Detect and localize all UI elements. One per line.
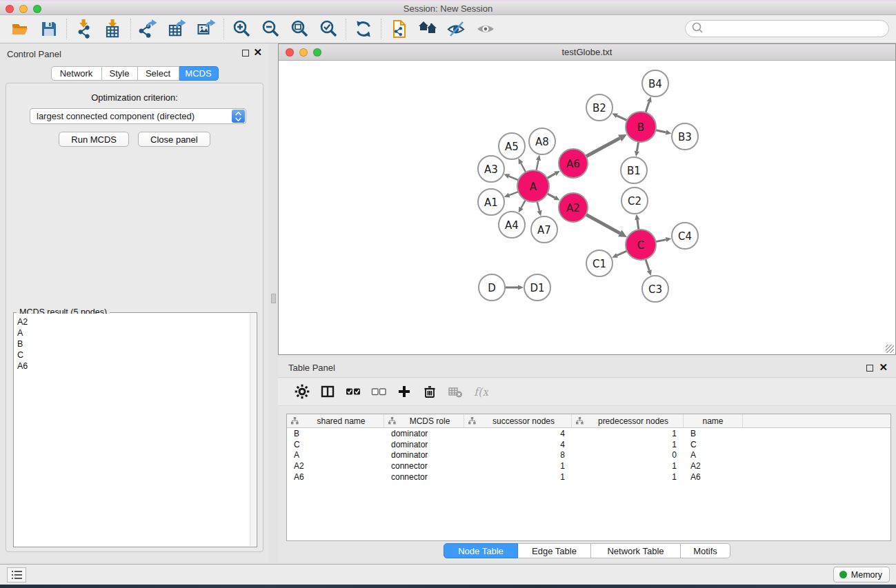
show-graphics-details-button[interactable] [471, 17, 500, 41]
cell-predecessor-nodes[interactable]: 1 [572, 440, 684, 449]
table-row[interactable]: Adominator80A [287, 450, 890, 461]
criterion-select[interactable]: largest connected component (directed) [30, 108, 246, 124]
import-network-button[interactable] [70, 17, 99, 41]
node-B1[interactable]: B1 [621, 157, 647, 183]
result-item[interactable]: B [17, 338, 250, 349]
cell-successor-nodes[interactable]: 4 [464, 429, 572, 438]
table-close-panel-icon[interactable]: ✕ [879, 361, 888, 374]
node-A8[interactable]: A8 [529, 128, 555, 154]
cell-MCDS-role[interactable]: dominator [384, 440, 464, 449]
zoom-out-button[interactable] [256, 17, 285, 41]
edge-A2-C[interactable] [586, 214, 627, 237]
cell-MCDS-role[interactable]: connector [384, 472, 464, 482]
deselect-all-columns-button[interactable] [366, 380, 391, 403]
node-B4[interactable]: B4 [642, 70, 668, 97]
resize-grip[interactable] [886, 345, 894, 353]
cell-successor-nodes[interactable]: 8 [464, 450, 572, 460]
copy-network-button[interactable] [384, 17, 413, 41]
cell-name[interactable]: C [684, 440, 743, 449]
cell-predecessor-nodes[interactable]: 1 [572, 429, 684, 438]
edge-B-B3[interactable] [656, 130, 672, 135]
edge-A-A7[interactable] [537, 201, 542, 216]
cell-predecessor-nodes[interactable]: 1 [572, 472, 684, 482]
result-item[interactable]: A [17, 327, 250, 338]
edge-C-C3[interactable] [646, 259, 652, 276]
edge-D-D1[interactable] [505, 285, 524, 290]
node-A1[interactable]: A1 [478, 189, 504, 215]
network-window-titlebar[interactable]: testGlobe.txt [279, 44, 895, 61]
mcds-result-list[interactable]: A2ABCA6 [14, 314, 250, 546]
edge-B-B4[interactable] [646, 97, 652, 112]
cell-name[interactable]: B [684, 429, 743, 438]
node-B3[interactable]: B3 [672, 123, 698, 150]
tab-motifs[interactable]: Motifs [681, 543, 730, 558]
cell-shared-name[interactable]: A2 [287, 461, 384, 471]
node-B2[interactable]: B2 [586, 94, 613, 121]
cell-MCDS-role[interactable]: dominator [384, 450, 464, 460]
cell-successor-nodes[interactable]: 1 [464, 472, 572, 482]
float-panel-icon[interactable] [242, 50, 249, 57]
column-header-MCDS-role[interactable]: MCDS role [384, 414, 464, 427]
select-all-columns-button[interactable] [340, 380, 366, 403]
export-table-button[interactable] [163, 17, 192, 41]
edge-C-C1[interactable] [612, 251, 627, 258]
tab-network-table[interactable]: Network Table [591, 543, 681, 558]
close-panel-icon[interactable]: ✕ [253, 46, 262, 59]
column-header-successor-nodes[interactable]: successor nodes [464, 414, 572, 427]
result-item[interactable]: A2 [17, 316, 250, 327]
save-session-button[interactable] [34, 17, 63, 41]
column-header-shared-name[interactable]: shared name [287, 414, 384, 427]
zoom-in-button[interactable] [227, 17, 256, 41]
panel-splitter-handle[interactable] [271, 294, 276, 303]
node-A[interactable]: A [517, 170, 549, 202]
edge-A-A1[interactable] [504, 192, 519, 197]
table-options-gear-button[interactable] [289, 380, 315, 403]
edge-A-A2[interactable] [547, 194, 559, 201]
table-row[interactable]: A2connector11A2 [287, 460, 890, 472]
node-C1[interactable]: C1 [586, 250, 613, 276]
cell-shared-name[interactable]: B [287, 429, 384, 438]
edge-B-B2[interactable] [612, 114, 627, 121]
zoom-fit-button[interactable] [285, 17, 314, 41]
network-canvas[interactable]: B4 B2 B B3 A8 A5 A6 A3 B1 A C2 A1 A2 [279, 61, 895, 354]
tab-mcds[interactable]: MCDS [179, 66, 219, 81]
node-A6[interactable]: A6 [559, 149, 588, 178]
cell-shared-name[interactable]: C [287, 440, 384, 449]
tab-style[interactable]: Style [102, 66, 138, 81]
search-field[interactable] [685, 20, 889, 37]
delete-column-button[interactable] [417, 380, 442, 403]
zoom-selected-button[interactable] [314, 17, 343, 41]
node-D1[interactable]: D1 [524, 274, 550, 301]
cell-predecessor-nodes[interactable]: 0 [572, 450, 684, 460]
close-panel-button[interactable]: Close panel [138, 132, 210, 147]
node-C[interactable]: C [626, 230, 656, 260]
edge-A-A3[interactable] [504, 174, 519, 180]
table-row[interactable]: A6connector11A6 [287, 472, 890, 483]
search-input[interactable] [704, 22, 888, 36]
cell-name[interactable]: A2 [684, 461, 743, 471]
column-header-name[interactable]: name [684, 414, 743, 427]
node-C2[interactable]: C2 [621, 187, 648, 214]
cell-shared-name[interactable]: A6 [287, 472, 384, 482]
run-mcds-button[interactable]: Run MCDS [59, 132, 129, 147]
overview-home-button[interactable] [413, 17, 442, 41]
node-A5[interactable]: A5 [499, 133, 525, 159]
cell-successor-nodes[interactable]: 1 [464, 461, 572, 471]
show-columns-button[interactable] [315, 380, 340, 403]
hide-graphics-details-button[interactable] [442, 17, 471, 41]
edge-B-B1[interactable] [635, 142, 639, 157]
node-A3[interactable]: A3 [478, 156, 504, 182]
table-float-panel-icon[interactable] [866, 365, 873, 372]
edge-C-C2[interactable] [635, 214, 639, 230]
import-table-button[interactable] [99, 17, 128, 41]
node-C3[interactable]: C3 [642, 276, 668, 302]
cell-MCDS-role[interactable]: dominator [384, 429, 464, 438]
export-image-button[interactable] [192, 17, 221, 41]
memory-button[interactable]: Memory [833, 567, 890, 582]
tab-select[interactable]: Select [138, 66, 179, 81]
node-A2[interactable]: A2 [559, 193, 588, 222]
node-A4[interactable]: A4 [499, 212, 525, 238]
node-D[interactable]: D [479, 274, 505, 301]
node-A7[interactable]: A7 [531, 216, 557, 243]
tab-network[interactable]: Network [51, 66, 102, 81]
